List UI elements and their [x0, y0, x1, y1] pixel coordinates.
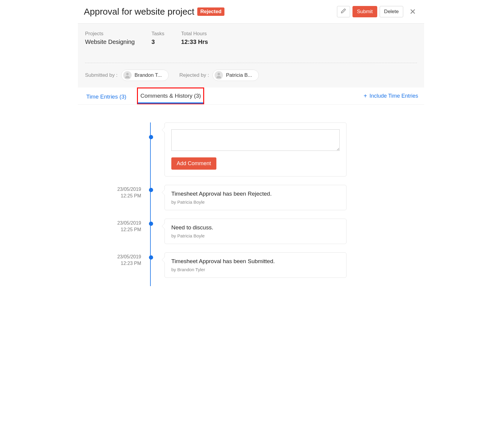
timeline-message: Timesheet Approval has been Submitted.	[171, 258, 340, 265]
svg-point-1	[218, 73, 220, 75]
comment-input[interactable]	[171, 129, 340, 151]
tasks-value: 3	[151, 39, 164, 45]
timeline-row: 23/05/2019 12:25 PM Need to discuss. by …	[84, 219, 418, 244]
timeline-author: by Patricia Boyle	[171, 200, 340, 205]
rejected-by-chip[interactable]: Patricia B...	[212, 70, 259, 81]
rejected-by-label: Rejected by :	[179, 72, 209, 78]
status-badge: Rejected	[197, 7, 224, 16]
tabs-row: Time Entries (3) Comments & History (3) …	[78, 88, 424, 105]
timeline-dot-icon	[149, 255, 153, 260]
summary-projects: Projects Website Designing	[85, 31, 135, 45]
page-title: Approval for website project	[84, 7, 194, 17]
svg-point-0	[126, 73, 129, 75]
timeline-author: by Brandon Tyler	[171, 267, 340, 272]
timeline-row: 23/05/2019 12:25 PM Timesheet Approval h…	[84, 185, 418, 210]
timeline-timestamp: 23/05/2019 12:23 PM	[84, 252, 147, 278]
add-comment-button[interactable]: Add Comment	[171, 157, 216, 170]
close-icon[interactable]: ✕	[407, 6, 418, 17]
summary-tasks: Tasks 3	[151, 31, 164, 45]
delete-button[interactable]: Delete	[380, 6, 403, 17]
hours-value: 12:33 Hrs	[181, 39, 208, 45]
timeline-dot-icon	[149, 135, 153, 139]
rejected-by-name: Patricia B...	[226, 72, 252, 78]
edit-button[interactable]	[337, 6, 350, 17]
include-time-entries-label: Include Time Entries	[369, 93, 418, 99]
timeline-card: Timesheet Approval has been Rejected. by…	[164, 185, 347, 210]
plus-icon: +	[364, 93, 367, 99]
timeline-message: Timesheet Approval has been Rejected.	[171, 191, 340, 197]
timeline-card: Timesheet Approval has been Submitted. b…	[164, 252, 347, 278]
summary-band: Projects Website Designing Tasks 3 Total…	[78, 24, 424, 88]
submitted-by-chip[interactable]: Brandon T...	[121, 70, 169, 81]
compose-card: Add Comment	[164, 122, 347, 177]
avatar-icon	[215, 71, 223, 79]
timeline-dot-icon	[149, 188, 153, 192]
timeline-author: by Patricia Boyle	[171, 233, 340, 238]
timeline-message: Need to discuss.	[171, 224, 340, 231]
page-header: Approval for website project Rejected Su…	[78, 0, 424, 24]
timeline-timestamp: 23/05/2019 12:25 PM	[84, 219, 147, 244]
projects-label: Projects	[85, 31, 135, 37]
timeline-timestamp: 23/05/2019 12:25 PM	[84, 185, 147, 210]
timeline-compose-row: Add Comment	[84, 122, 418, 177]
highlight-box: Comments & History (3)	[137, 88, 204, 104]
submitted-by-name: Brandon T...	[135, 72, 162, 78]
submitted-by-label: Submitted by :	[85, 72, 118, 78]
pencil-icon	[341, 8, 347, 16]
tab-time-entries[interactable]: Time Entries (3)	[84, 89, 129, 104]
timeline-row: 23/05/2019 12:23 PM Timesheet Approval h…	[84, 252, 418, 278]
submit-button[interactable]: Submit	[352, 6, 377, 17]
timeline-card: Need to discuss. by Patricia Boyle	[164, 219, 347, 244]
tab-comments-history[interactable]: Comments & History (3)	[138, 88, 203, 103]
hours-label: Total Hours	[181, 31, 208, 37]
summary-hours: Total Hours 12:33 Hrs	[181, 31, 208, 45]
avatar-icon	[123, 71, 132, 79]
tasks-label: Tasks	[151, 31, 164, 37]
projects-value: Website Designing	[85, 39, 135, 45]
include-time-entries-link[interactable]: + Include Time Entries	[364, 89, 418, 103]
timeline-dot-icon	[149, 222, 153, 226]
